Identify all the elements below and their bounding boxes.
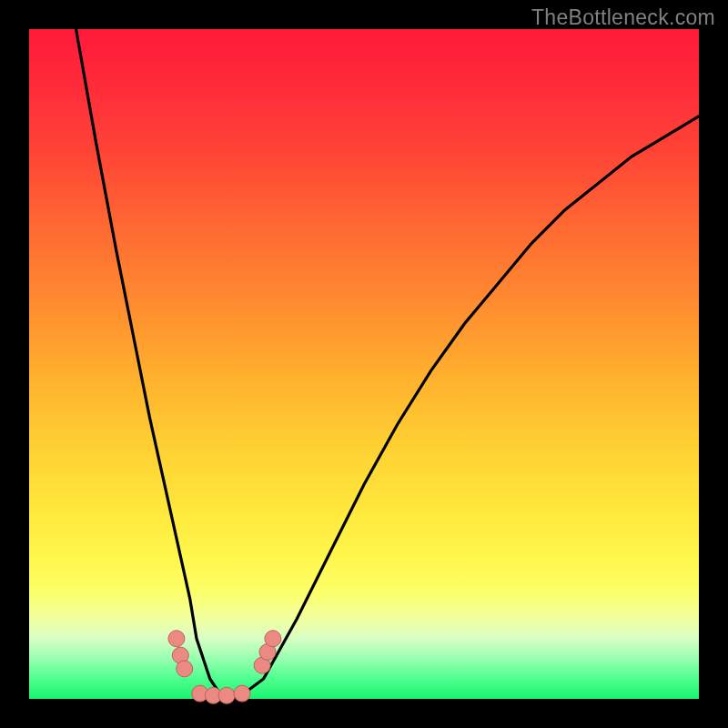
watermark-text: TheBottleneck.com (531, 5, 715, 30)
bottleneck-chart-svg (29, 29, 699, 699)
bottleneck-curve (76, 29, 699, 699)
curve-marker (234, 685, 250, 702)
curve-marker (177, 661, 193, 677)
curve-marker (168, 631, 185, 647)
chart-frame: TheBottleneck.com (0, 0, 728, 728)
curve-marker (265, 631, 281, 647)
curve-marker (218, 687, 235, 703)
curve-markers (168, 631, 281, 704)
plot-area (29, 29, 699, 699)
